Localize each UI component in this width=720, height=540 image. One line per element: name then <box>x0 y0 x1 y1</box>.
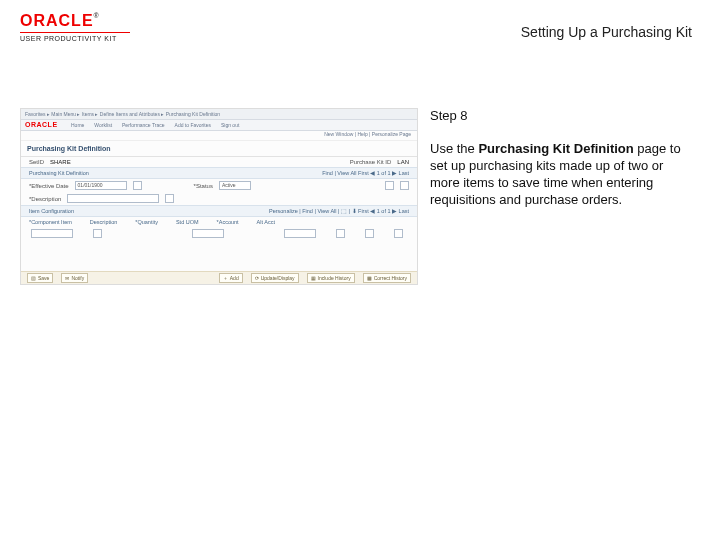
account-input[interactable] <box>284 229 316 238</box>
oracle-wordmark: ORACLE® <box>20 12 130 30</box>
tab-add-fav[interactable]: Add to Favorites <box>175 122 211 128</box>
user-links[interactable]: New Window | Help | Personalize Page <box>21 131 417 141</box>
oracle-upk-logo: ORACLE® USER PRODUCTIVITY KIT <box>20 12 130 42</box>
tab-signout[interactable]: Sign out <box>221 122 239 128</box>
setid-label: SetID <box>29 159 44 165</box>
instruction-panel: Step 8 Use the Purchasing Kit Definition… <box>430 108 690 224</box>
edit-icon: ▩ <box>367 275 372 281</box>
add-button[interactable]: ＋Add <box>219 273 243 283</box>
section-kit-def: Purchasing Kit Definition Find | View Al… <box>21 167 417 179</box>
page-footer: ▧Save ✉Notify ＋Add ⟳Update/Display ▦Incl… <box>21 271 417 284</box>
breadcrumb-bar: Favorites ▸ Main Menu ▸ Items ▸ Define I… <box>21 109 417 120</box>
document-title: Setting Up a Purchasing Kit <box>521 24 692 40</box>
delete-row-icon[interactable] <box>400 181 409 190</box>
kitid-value: LAN <box>397 159 409 165</box>
breadcrumb: Favorites ▸ Main Menu ▸ Items ▸ Define I… <box>25 111 220 117</box>
desc-input[interactable] <box>67 194 159 203</box>
notify-icon: ✉ <box>65 275 69 281</box>
save-icon: ▧ <box>31 275 36 281</box>
notify-button[interactable]: ✉Notify <box>61 273 88 283</box>
component-item-input[interactable] <box>31 229 73 238</box>
add-row-icon[interactable] <box>385 181 394 190</box>
calendar-icon[interactable] <box>133 181 142 190</box>
history-icon: ▦ <box>311 275 316 281</box>
upk-subtitle: USER PRODUCTIVITY KIT <box>20 35 130 42</box>
update-display-button[interactable]: ⟳Update/Display <box>251 273 299 283</box>
desc-label: *Description <box>29 196 61 202</box>
tab-perf-trace[interactable]: Performance Trace <box>122 122 165 128</box>
page-title: Purchasing Kit Definition <box>21 141 417 157</box>
desc-expand-icon[interactable] <box>165 194 174 203</box>
add-row-icon[interactable] <box>365 229 374 238</box>
status-label: *Status <box>194 183 213 189</box>
grid-nav-2[interactable]: Personalize | Find | View All | ⬚ | ⬇ Fi… <box>269 208 409 214</box>
refresh-icon: ⟳ <box>255 275 259 281</box>
global-tabs: Home Worklist Performance Trace Add to F… <box>21 120 417 131</box>
step-label: Step 8 <box>430 108 690 125</box>
grid-row <box>21 227 417 240</box>
correct-history-button[interactable]: ▩Correct History <box>363 273 411 283</box>
tab-worklist[interactable]: Worklist <box>94 122 112 128</box>
lookup-icon[interactable] <box>336 229 345 238</box>
lookup-icon[interactable] <box>93 229 102 238</box>
save-button[interactable]: ▧Save <box>27 273 53 283</box>
section-item-config: Item Configuration Personalize | Find | … <box>21 205 417 217</box>
include-history-button[interactable]: ▦Include History <box>307 273 355 283</box>
grid-nav-1[interactable]: Find | View All First ◀ 1 of 1 ▶ Last <box>322 170 409 176</box>
plus-icon: ＋ <box>223 275 228 281</box>
setid-value: SHARE <box>50 159 71 165</box>
status-select[interactable]: Active <box>219 181 251 190</box>
app-brand: ORACLE <box>25 121 58 128</box>
kitid-label: Purchase Kit ID <box>350 159 392 165</box>
effdate-input[interactable]: 01/01/1900 <box>75 181 127 190</box>
tab-home[interactable]: Home <box>71 122 84 128</box>
quantity-input[interactable] <box>192 229 224 238</box>
step-body: Use the Purchasing Kit Definition page t… <box>430 141 690 209</box>
grid-header: *Component Item Description *Quantity St… <box>21 217 417 227</box>
delete-row-icon[interactable] <box>394 229 403 238</box>
logo-divider <box>20 32 130 33</box>
app-screenshot: Favorites ▸ Main Menu ▸ Items ▸ Define I… <box>20 108 418 285</box>
effdate-label: *Effective Date <box>29 183 69 189</box>
